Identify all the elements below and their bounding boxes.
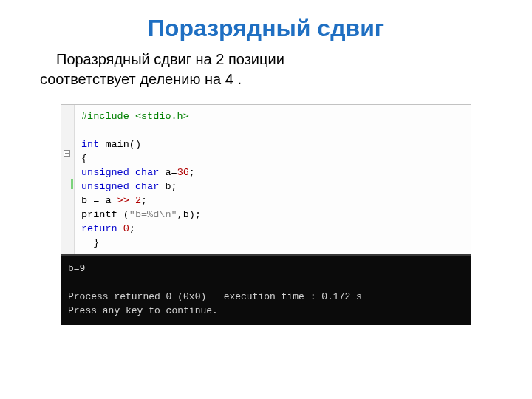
assign-lhs: b = a xyxy=(81,195,117,206)
console-line-4: Press any key to continue. xyxy=(68,305,218,316)
kw-unsigned-2: unsigned xyxy=(81,181,129,192)
console-output: b=9 Process returned 0 (0x0) execution t… xyxy=(61,254,471,325)
printf-open: ( xyxy=(117,209,129,220)
console-line-1: b=9 xyxy=(68,263,85,274)
kw-int: int xyxy=(81,139,99,150)
fold-icon xyxy=(64,150,70,157)
shift-op: >> xyxy=(117,195,129,206)
brace-close: } xyxy=(93,237,99,248)
slide-description: Поразрядный сдвиг на 2 позиции соответст… xyxy=(40,50,492,89)
kw-char-1: char xyxy=(135,167,159,178)
kw-unsigned-1: unsigned xyxy=(81,167,129,178)
eq: = xyxy=(171,167,177,178)
lit-2: 2 xyxy=(135,195,141,206)
printf-rest: ,b); xyxy=(177,209,201,220)
code-include: #include <stdio.h> xyxy=(81,111,189,122)
change-marker-icon xyxy=(71,179,73,189)
code-block: #include <stdio.h> int main() { unsigned… xyxy=(61,105,471,254)
editor-gutter xyxy=(61,105,75,254)
semi-3: ; xyxy=(129,223,135,234)
printf-name: printf xyxy=(81,209,117,220)
desc-line2: соответствует делению на 4 . xyxy=(40,71,242,87)
semi-2: ; xyxy=(141,195,147,206)
kw-char-2: char xyxy=(135,181,159,192)
slide-title: Поразрядный сдвиг xyxy=(0,0,532,50)
decl-b: b; xyxy=(159,181,177,192)
desc-line1: Поразрядный сдвиг на 2 позиции xyxy=(56,51,284,67)
code-editor: #include <stdio.h> int main() { unsigned… xyxy=(61,104,471,254)
printf-str: "b=%d\n" xyxy=(129,209,177,220)
semi-1: ; xyxy=(189,167,195,178)
lit-36: 36 xyxy=(177,167,189,178)
lit-0: 0 xyxy=(123,223,129,234)
main-sig: main() xyxy=(99,139,141,150)
brace-open: { xyxy=(81,153,87,164)
decl-a-name: a xyxy=(159,167,171,178)
kw-return: return xyxy=(81,223,117,234)
slide: Поразрядный сдвиг Поразрядный сдвиг на 2… xyxy=(0,0,532,399)
console-line-3: Process returned 0 (0x0) execution time … xyxy=(68,291,362,302)
